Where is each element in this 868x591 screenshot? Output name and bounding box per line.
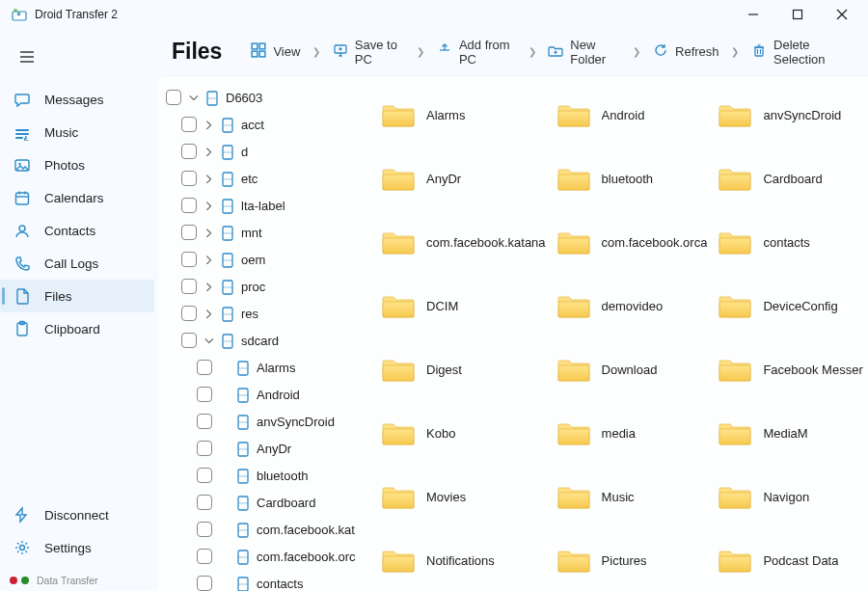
folder-item[interactable]: media — [556, 404, 710, 462]
checkbox[interactable] — [181, 306, 197, 321]
tree-item[interactable]: sdcard — [162, 327, 362, 354]
delete-selection-button[interactable]: Delete Selection — [747, 34, 851, 70]
sidebar-item-settings[interactable]: Settings — [0, 531, 154, 564]
sidebar-item-calendars[interactable]: Calendars — [0, 181, 154, 214]
folder-item[interactable]: demovideo — [556, 277, 710, 335]
folder-item[interactable]: Alarms — [380, 86, 548, 144]
folder-label: com.facebook.katana — [426, 235, 546, 250]
sidebar-item-contacts[interactable]: Contacts — [0, 214, 154, 247]
tree-item[interactable]: proc — [162, 273, 362, 300]
checkbox[interactable] — [197, 522, 212, 537]
tree-item[interactable]: D6603 — [162, 84, 362, 111]
folder-item[interactable]: Music — [556, 468, 710, 525]
tree-item[interactable]: lta-label — [162, 192, 362, 219]
tree-item[interactable]: acct — [162, 111, 362, 138]
checkbox[interactable] — [181, 117, 197, 132]
folder-item[interactable]: AnyDr — [380, 149, 548, 207]
close-button[interactable] — [820, 0, 864, 29]
tree-item[interactable]: Alarms — [162, 354, 362, 381]
tree-item[interactable]: oem — [162, 246, 362, 273]
folder-item[interactable]: com.facebook.katana — [380, 213, 548, 271]
tree-item[interactable]: d — [162, 138, 362, 165]
tree-item[interactable]: com.facebook.orc — [162, 543, 362, 570]
chevron-right-icon[interactable] — [203, 281, 214, 292]
folder-item[interactable]: Android — [556, 86, 710, 144]
tree-item[interactable]: etc — [162, 165, 362, 192]
tree-item[interactable]: res — [162, 300, 362, 327]
chevron-right-icon[interactable] — [203, 146, 214, 157]
checkbox[interactable] — [197, 549, 212, 564]
minimize-button[interactable] — [731, 0, 775, 29]
checkbox[interactable] — [197, 576, 212, 591]
folder-item[interactable]: Download — [556, 340, 710, 398]
checkbox[interactable] — [181, 225, 197, 240]
checkbox[interactable] — [181, 171, 197, 186]
sidebar-item-files[interactable]: Files — [0, 280, 154, 312]
chevron-right-icon[interactable] — [203, 200, 214, 211]
folder-item[interactable]: contacts — [717, 213, 864, 271]
new-folder-icon — [548, 42, 563, 61]
folder-item[interactable]: Pictures — [556, 531, 710, 589]
chevron-right-icon[interactable] — [203, 308, 214, 319]
folder-label: Movies — [426, 490, 466, 504]
sidebar-item-disconnect[interactable]: Disconnect — [0, 498, 154, 531]
chevron-right-icon[interactable] — [203, 119, 214, 130]
refresh-button[interactable]: Refresh — [649, 39, 723, 65]
refresh-icon — [653, 42, 668, 61]
checkbox[interactable] — [181, 144, 197, 159]
folder-item[interactable]: bluetooth — [556, 149, 710, 207]
chevron-right-icon[interactable] — [203, 173, 214, 184]
tree-item[interactable]: bluetooth — [162, 462, 362, 489]
folder-item[interactable]: anvSyncDroid — [717, 86, 864, 144]
folder-item[interactable]: Notifications — [380, 531, 548, 589]
folder-item[interactable]: com.facebook.orca — [556, 213, 710, 271]
checkbox[interactable] — [197, 495, 212, 510]
folder-item[interactable]: DCIM — [380, 277, 548, 335]
checkbox[interactable] — [197, 468, 212, 483]
folder-item[interactable]: Podcast Data — [717, 531, 864, 589]
tree-item[interactable]: com.facebook.kat — [162, 516, 362, 543]
folder-item[interactable]: MediaM — [717, 404, 864, 462]
folder-tree[interactable]: D6603acctdetclta-labelmntoemprocressdcar… — [158, 76, 366, 591]
save-to-pc-button[interactable]: Save to PC — [329, 34, 409, 70]
chevron-down-icon[interactable] — [187, 92, 199, 103]
checkbox[interactable] — [181, 333, 197, 348]
folder-item[interactable]: Facebook Messer — [717, 340, 864, 398]
tree-item[interactable]: mnt — [162, 219, 362, 246]
menu-button[interactable] — [8, 40, 46, 73]
chevron-right-icon[interactable] — [203, 254, 214, 265]
sidebar-item-clipboard[interactable]: Clipboard — [0, 312, 154, 345]
folder-item[interactable]: Digest — [380, 340, 548, 398]
checkbox[interactable] — [166, 90, 181, 105]
folder-item[interactable]: Cardboard — [717, 149, 864, 207]
tree-item[interactable]: AnyDr — [162, 435, 362, 462]
new-folder-button[interactable]: New Folder — [544, 34, 624, 70]
tree-item-label: d — [241, 145, 248, 159]
folder-item[interactable]: Navigon — [717, 468, 864, 525]
checkbox[interactable] — [197, 441, 212, 456]
chevron-down-icon[interactable] — [203, 335, 214, 346]
tree-item[interactable]: Cardboard — [162, 489, 362, 516]
chevron-right-icon[interactable] — [203, 227, 214, 238]
sidebar-item-call-logs[interactable]: Call Logs — [0, 247, 154, 280]
separator-icon: ❯ — [310, 46, 322, 57]
maximize-button[interactable] — [775, 0, 820, 29]
checkbox[interactable] — [181, 252, 197, 267]
checkbox[interactable] — [181, 279, 197, 294]
folder-grid[interactable]: AlarmsAndroidanvSyncDroidAnyDrbluetoothC… — [366, 76, 868, 591]
add-from-pc-button[interactable]: Add from PC — [433, 34, 520, 70]
folder-item[interactable]: DeviceConfig — [717, 277, 864, 335]
sidebar-item-music[interactable]: Music — [0, 116, 154, 148]
folder-item[interactable]: Movies — [380, 468, 548, 525]
checkbox[interactable] — [197, 387, 212, 402]
checkbox[interactable] — [181, 198, 197, 213]
folder-item[interactable]: Kobo — [380, 404, 548, 462]
tree-item[interactable]: anvSyncDroid — [162, 408, 362, 435]
tree-item[interactable]: contacts — [162, 570, 362, 591]
view-button[interactable]: View — [247, 39, 304, 65]
checkbox[interactable] — [197, 360, 212, 375]
tree-item[interactable]: Android — [162, 381, 362, 408]
checkbox[interactable] — [197, 414, 212, 429]
sidebar-item-messages[interactable]: Messages — [0, 83, 154, 116]
sidebar-item-photos[interactable]: Photos — [0, 148, 154, 181]
